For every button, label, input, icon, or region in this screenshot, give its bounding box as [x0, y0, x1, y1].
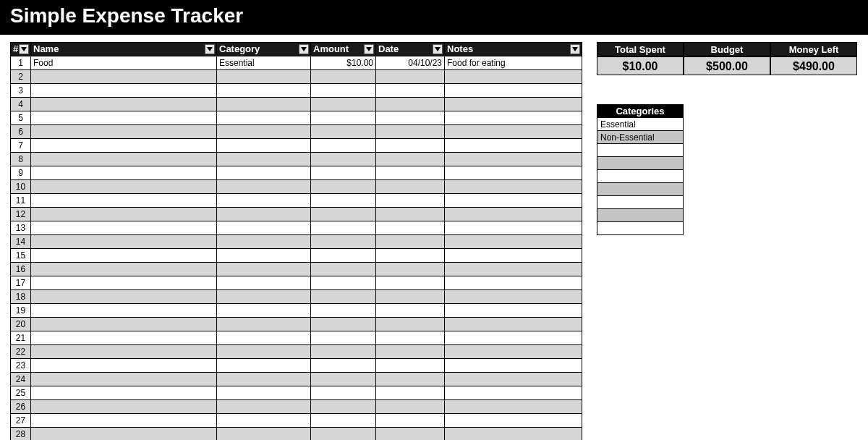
cell-date[interactable] [376, 180, 445, 194]
cell-notes[interactable] [445, 98, 582, 111]
cell-amount[interactable] [311, 304, 376, 318]
cell-amount[interactable] [311, 139, 376, 153]
category-row[interactable] [597, 183, 684, 196]
cell-name[interactable] [31, 166, 217, 180]
cell-amount[interactable] [311, 276, 376, 290]
cell-name[interactable] [31, 414, 217, 428]
cell-category[interactable] [217, 290, 311, 304]
column-header-category[interactable]: Category [217, 43, 311, 56]
cell-amount[interactable] [311, 84, 376, 98]
cell-date[interactable] [376, 153, 445, 166]
column-header-name[interactable]: Name [31, 43, 217, 56]
cell-notes[interactable] [445, 180, 582, 194]
cell-name[interactable] [31, 153, 217, 166]
cell-date[interactable] [376, 373, 445, 386]
cell-name[interactable] [31, 373, 217, 386]
table-row[interactable]: 18 [11, 290, 582, 304]
cell-name[interactable] [31, 428, 217, 441]
filter-dropdown-icon[interactable] [570, 44, 580, 54]
cell-notes[interactable] [445, 249, 582, 263]
cell-notes[interactable] [445, 84, 582, 98]
table-row[interactable]: 27 [11, 414, 582, 428]
table-row[interactable]: 25 [11, 386, 582, 400]
category-row[interactable]: Non-Essential [597, 131, 684, 144]
cell-name[interactable]: Food [31, 56, 217, 70]
cell-notes[interactable] [445, 373, 582, 386]
cell-name[interactable] [31, 208, 217, 221]
cell-category[interactable] [217, 249, 311, 263]
cell-notes[interactable] [445, 400, 582, 414]
cell-name[interactable] [31, 331, 217, 345]
cell-category[interactable] [217, 345, 311, 359]
table-row[interactable]: 21 [11, 331, 582, 345]
cell-category[interactable]: Essential [217, 56, 311, 70]
cell-notes[interactable] [445, 153, 582, 166]
category-cell[interactable]: Non-Essential [597, 131, 684, 144]
column-header-amount[interactable]: Amount [311, 43, 376, 56]
cell-amount[interactable] [311, 428, 376, 441]
cell-name[interactable] [31, 249, 217, 263]
cell-amount[interactable] [311, 249, 376, 263]
cell-category[interactable] [217, 194, 311, 208]
cell-notes[interactable] [445, 139, 582, 153]
table-row[interactable]: 9 [11, 166, 582, 180]
cell-date[interactable] [376, 386, 445, 400]
cell-name[interactable] [31, 400, 217, 414]
cell-date[interactable] [376, 125, 445, 139]
cell-date[interactable] [376, 221, 445, 235]
filter-dropdown-icon[interactable] [364, 44, 374, 54]
cell-date[interactable] [376, 400, 445, 414]
cell-date[interactable] [376, 318, 445, 331]
cell-date[interactable]: 04/10/23 [376, 56, 445, 70]
category-cell[interactable] [597, 196, 684, 209]
category-row[interactable] [597, 196, 684, 209]
category-row[interactable] [597, 157, 684, 170]
filter-dropdown-icon[interactable] [205, 44, 215, 54]
column-header-index[interactable]: # [11, 43, 31, 56]
cell-date[interactable] [376, 414, 445, 428]
category-cell[interactable] [597, 222, 684, 235]
cell-notes[interactable] [445, 111, 582, 125]
cell-category[interactable] [217, 125, 311, 139]
cell-date[interactable] [376, 111, 445, 125]
cell-amount[interactable] [311, 111, 376, 125]
cell-name[interactable] [31, 70, 217, 84]
cell-amount[interactable] [311, 318, 376, 331]
table-row[interactable]: 20 [11, 318, 582, 331]
cell-date[interactable] [376, 194, 445, 208]
cell-date[interactable] [376, 166, 445, 180]
table-row[interactable]: 4 [11, 98, 582, 111]
cell-category[interactable] [217, 276, 311, 290]
cell-name[interactable] [31, 290, 217, 304]
cell-category[interactable] [217, 166, 311, 180]
cell-name[interactable] [31, 125, 217, 139]
cell-date[interactable] [376, 70, 445, 84]
cell-amount[interactable] [311, 221, 376, 235]
category-row[interactable] [597, 209, 684, 222]
cell-category[interactable] [217, 111, 311, 125]
table-row[interactable]: 10 [11, 180, 582, 194]
cell-category[interactable] [217, 304, 311, 318]
category-cell[interactable]: Essential [597, 118, 684, 131]
cell-category[interactable] [217, 386, 311, 400]
cell-date[interactable] [376, 249, 445, 263]
cell-amount[interactable] [311, 166, 376, 180]
cell-category[interactable] [217, 318, 311, 331]
category-row[interactable] [597, 144, 684, 157]
cell-name[interactable] [31, 345, 217, 359]
cell-name[interactable] [31, 84, 217, 98]
cell-amount[interactable]: $10.00 [311, 56, 376, 70]
cell-date[interactable] [376, 331, 445, 345]
cell-date[interactable] [376, 139, 445, 153]
cell-amount[interactable] [311, 359, 376, 373]
filter-dropdown-icon[interactable] [433, 44, 443, 54]
cell-amount[interactable] [311, 373, 376, 386]
summary-value-budget[interactable]: $500.00 [684, 56, 770, 75]
cell-notes[interactable] [445, 359, 582, 373]
cell-category[interactable] [217, 153, 311, 166]
cell-date[interactable] [376, 235, 445, 249]
category-row[interactable]: Essential [597, 118, 684, 131]
cell-date[interactable] [376, 208, 445, 221]
cell-amount[interactable] [311, 400, 376, 414]
filter-dropdown-icon[interactable] [299, 44, 309, 54]
